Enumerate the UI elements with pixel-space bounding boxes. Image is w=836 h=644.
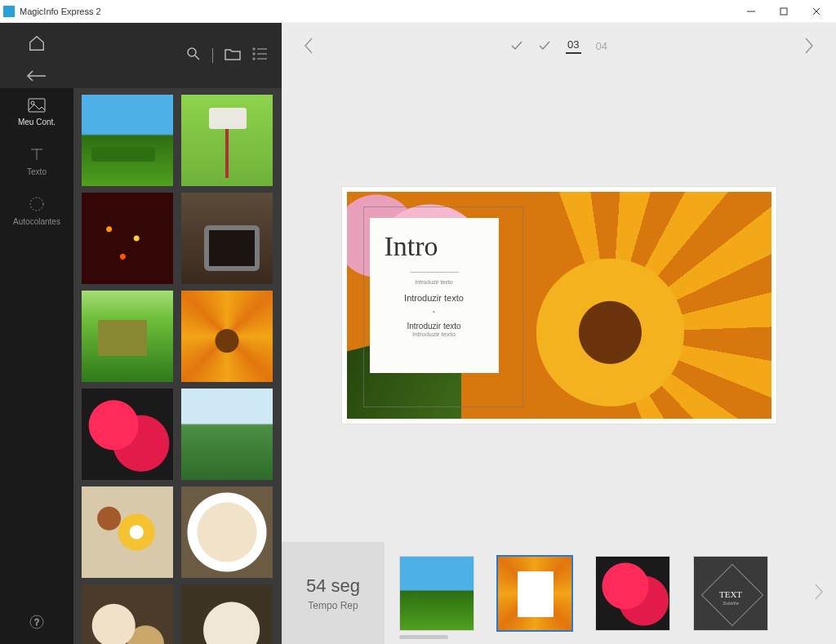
thumb-title: TEXT xyxy=(694,589,767,599)
timeline-slide-thumb[interactable]: TEXT Subtitle xyxy=(693,556,768,631)
asset-thumb[interactable] xyxy=(82,486,173,578)
back-arrow-icon[interactable] xyxy=(26,70,47,85)
svg-rect-1 xyxy=(780,8,787,15)
thumb-title: TITLE xyxy=(522,581,549,588)
divider xyxy=(410,272,459,273)
svg-text:?: ? xyxy=(34,618,39,627)
slide-text-card[interactable]: Intro Introduzir texto Introduzir texto … xyxy=(370,218,499,373)
svg-line-13 xyxy=(195,56,199,60)
page-current[interactable]: 03 xyxy=(566,38,580,54)
asset-grid xyxy=(73,88,282,644)
svg-point-18 xyxy=(253,58,255,60)
window-titlebar: MagicInfo Express 2 xyxy=(0,0,836,23)
dot: • xyxy=(380,308,489,315)
thumb-subtitle: Subtitle xyxy=(694,601,767,606)
check-icon[interactable] xyxy=(510,39,523,52)
slide-text-placeholder[interactable]: Introduzir texto xyxy=(380,322,489,331)
image-icon xyxy=(0,98,73,113)
thumb-subtitle: SUBTITLE xyxy=(522,594,549,599)
window-title: MagicInfo Express 2 xyxy=(20,7,101,16)
timeline-slide-thumb[interactable] xyxy=(399,556,474,631)
window-maximize-button[interactable] xyxy=(767,0,800,23)
svg-point-12 xyxy=(188,48,196,56)
timeline-next-icon[interactable] xyxy=(813,583,825,604)
svg-point-9 xyxy=(30,198,43,211)
asset-thumb[interactable] xyxy=(181,193,273,284)
canvas-toolbar: 03 04 xyxy=(282,23,836,69)
slide-text-placeholder[interactable]: Introduzir texto xyxy=(380,331,489,338)
window-minimize-button[interactable] xyxy=(735,0,767,23)
sticker-icon xyxy=(0,196,73,212)
toolbar-separator xyxy=(212,48,213,63)
svg-point-14 xyxy=(253,48,255,50)
search-icon[interactable] xyxy=(186,47,201,64)
window-close-button[interactable] xyxy=(800,0,833,23)
slide-text-placeholder[interactable]: Introduzir texto xyxy=(380,279,489,285)
home-icon[interactable] xyxy=(28,34,46,56)
canvas-area: 03 04 Intro Introduzir texto In xyxy=(282,23,836,644)
timeline-slide-thumb[interactable] xyxy=(595,556,670,631)
asset-thumb[interactable] xyxy=(181,291,273,382)
sidebar-item-label: Texto xyxy=(0,167,73,176)
sidebar-item-label: Meu Cont. xyxy=(0,118,73,127)
duration-panel[interactable]: 54 seg Tempo Rep xyxy=(282,542,385,644)
slide-title[interactable]: Intro xyxy=(380,231,489,262)
sidebar-tab-stickers[interactable]: Autocolantes xyxy=(0,186,73,236)
timeline-slide-thumb[interactable]: TITLE SUBTITLE xyxy=(497,556,572,631)
page-total: 04 xyxy=(596,40,607,52)
timeline-scrollbar[interactable] xyxy=(399,635,448,639)
sidebar-item-label: Autocolantes xyxy=(0,217,73,226)
help-icon[interactable]: ? xyxy=(29,615,44,633)
asset-thumb[interactable] xyxy=(82,95,173,186)
slide-text-placeholder[interactable]: Introduzir texto xyxy=(380,293,489,303)
sidebar-tab-my-content[interactable]: Meu Cont. xyxy=(0,88,73,136)
timeline-strip: 54 seg Tempo Rep TITLE SUBTITLE TEXT Sub… xyxy=(282,542,836,644)
asset-thumb[interactable] xyxy=(181,95,273,186)
slide-stage[interactable]: Intro Introduzir texto Introduzir texto … xyxy=(342,187,776,424)
check-icon[interactable] xyxy=(538,39,551,52)
duration-label: Tempo Rep xyxy=(308,600,358,611)
sidebar-tab-text[interactable]: Texto xyxy=(0,136,73,186)
prev-slide-button[interactable] xyxy=(300,37,318,55)
asset-thumb[interactable] xyxy=(82,193,173,284)
app-icon xyxy=(3,6,15,17)
svg-point-16 xyxy=(253,53,255,55)
asset-thumb[interactable] xyxy=(181,389,273,480)
asset-panel xyxy=(73,23,282,644)
next-slide-button[interactable] xyxy=(800,37,818,55)
folder-icon[interactable] xyxy=(225,47,241,64)
asset-thumb[interactable] xyxy=(181,486,273,578)
asset-thumb[interactable] xyxy=(82,584,173,644)
asset-thumb[interactable] xyxy=(82,291,173,382)
asset-thumb[interactable] xyxy=(82,389,173,480)
asset-thumb[interactable] xyxy=(181,584,273,644)
svg-point-6 xyxy=(31,101,34,104)
left-sidebar: Meu Cont. Texto Autocolantes ? xyxy=(0,23,73,644)
text-icon xyxy=(0,146,73,162)
svg-rect-5 xyxy=(29,99,45,112)
list-view-icon[interactable] xyxy=(252,47,267,64)
asset-toolbar xyxy=(73,23,282,88)
duration-value: 54 seg xyxy=(306,575,360,597)
